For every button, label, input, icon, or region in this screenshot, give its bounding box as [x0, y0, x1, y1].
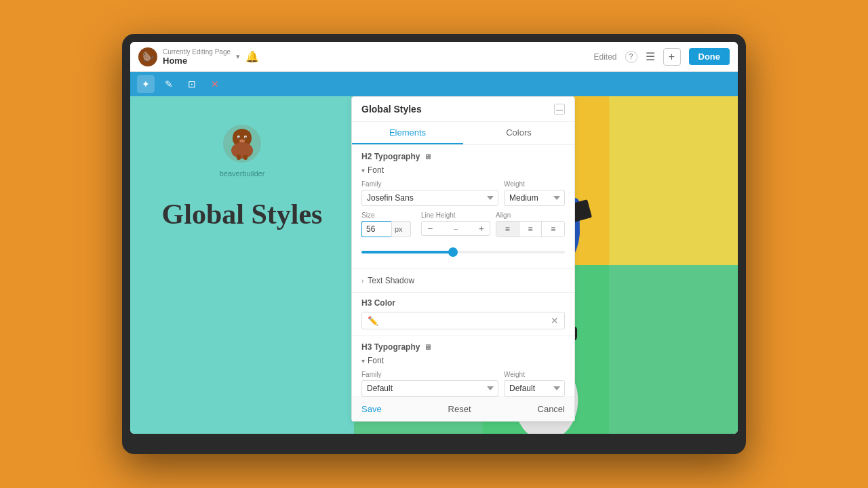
editing-info: Currently Editing Page Home [163, 48, 231, 66]
panel-minimize-button[interactable]: — [554, 104, 565, 115]
panel-tabs: Elements Colors [352, 122, 574, 145]
top-bar: 🦫 Currently Editing Page Home ▾ 🔔 Edited… [130, 42, 738, 72]
help-icon[interactable]: ? [625, 51, 637, 63]
h2-size-label: Size [361, 211, 416, 219]
h3-color-input[interactable]: ✏️ ✕ [361, 312, 565, 329]
h2-slider-container [361, 243, 565, 262]
cancel-button[interactable]: Cancel [538, 404, 565, 414]
panel-footer: Save Reset Cancel [352, 396, 574, 421]
pencil-icon: ✏️ [368, 316, 378, 326]
h2-weight-group: Weight Medium [504, 180, 565, 206]
h2-lineheight-group: Line Height − – + [421, 211, 490, 237]
h2-align-buttons: ≡ ≡ ≡ [496, 221, 565, 237]
page-title: Global Styles [162, 198, 323, 230]
h3-weight-label: Weight [504, 371, 565, 378]
h2-align-label: Align [496, 211, 565, 219]
h3-weight-group: Weight Default [504, 371, 565, 396]
svg-point-7 [245, 137, 247, 138]
h3-family-label: Family [361, 371, 498, 378]
h2-family-group: Family Josefin Sans [361, 180, 498, 206]
h3-family-weight-row: Family Default Weight Default [361, 371, 565, 396]
h2-lineheight-input: − – + [421, 221, 490, 236]
layout-tool-button[interactable]: ⊡ [183, 75, 201, 93]
beaver-logo-large [222, 123, 262, 164]
beaver-logo: 🦫 [138, 47, 157, 66]
panel-body: H2 Typography 🖥 ▾ Font Family [352, 145, 574, 396]
list-icon[interactable]: ☰ [646, 50, 655, 63]
h2-slider-thumb[interactable] [448, 247, 458, 257]
chevron-down-icon: ▾ [361, 167, 365, 174]
global-styles-panel: Global Styles — Elements Colors H2 Typog… [351, 96, 575, 422]
h3-family-group: Family Default [361, 371, 498, 396]
top-bar-left: 🦫 Currently Editing Page Home ▾ 🔔 [138, 47, 259, 66]
canvas-left: beaverbuilder Global Styles [130, 96, 354, 434]
text-shadow-section: › Text Shadow [352, 269, 574, 293]
panel-header: Global Styles — [352, 97, 574, 122]
save-button[interactable]: Save [361, 404, 382, 414]
h2-size-input-group: px em rem [361, 221, 416, 237]
h3-color-section: H3 Color ✏️ ✕ [352, 293, 574, 336]
svg-rect-11 [243, 155, 248, 160]
align-center-button[interactable]: ≡ [519, 222, 542, 237]
h2-slider-track[interactable] [361, 251, 565, 253]
page-dropdown-arrow[interactable]: ▾ [236, 52, 240, 61]
h2-lineheight-label: Line Height [421, 211, 490, 219]
move-tool-button[interactable]: ✦ [137, 75, 155, 93]
h2-typography-section: H2 Typography 🖥 ▾ Font Family [352, 145, 574, 269]
monitor-icon: 🖥 [424, 152, 431, 161]
lh-value: – [435, 224, 476, 232]
h2-family-weight-row: Family Josefin Sans Weight Medium [361, 180, 565, 206]
main-content: beaverbuilder Global Styles [130, 96, 738, 434]
close-tool-button[interactable]: ✕ [206, 75, 224, 93]
notification-bell-icon[interactable]: 🔔 [245, 50, 259, 63]
align-left-button[interactable]: ≡ [496, 222, 519, 237]
edited-label: Edited [593, 52, 616, 62]
chevron-right-icon: › [361, 277, 363, 285]
h3-font-toggle[interactable]: ▾ Font [361, 356, 565, 365]
svg-point-9 [231, 142, 253, 159]
h2-align-group: Align ≡ ≡ ≡ [496, 211, 565, 237]
h3-color-clear-button[interactable]: ✕ [551, 315, 559, 326]
h3-weight-select[interactable]: Default [504, 380, 565, 396]
align-right-button[interactable]: ≡ [542, 222, 564, 237]
svg-point-2 [233, 131, 240, 140]
h2-size-unit-select[interactable]: px em rem [391, 221, 411, 237]
add-icon[interactable]: + [663, 48, 681, 66]
h2-family-label: Family [361, 180, 498, 188]
h2-weight-label: Weight [504, 180, 565, 188]
h2-typography-title: H2 Typography 🖥 [361, 152, 565, 161]
h2-font-toggle[interactable]: ▾ Font [361, 165, 565, 175]
lh-decrement-button[interactable]: − [425, 223, 435, 234]
reset-button[interactable]: Reset [448, 404, 471, 414]
h3-monitor-icon: 🖥 [424, 343, 431, 351]
svg-point-8 [239, 140, 245, 143]
h2-size-input[interactable] [361, 221, 391, 237]
done-button[interactable]: Done [689, 48, 730, 65]
h3-typography-section: H3 Typography 🖥 ▾ Font Family [352, 336, 574, 396]
h2-size-lineheight-align-row: Size px em rem [361, 211, 565, 237]
h2-slider-fill [361, 251, 453, 253]
editing-label: Currently Editing Page [163, 48, 231, 56]
h2-size-group: Size px em rem [361, 211, 416, 237]
text-shadow-toggle[interactable]: › Text Shadow [361, 276, 565, 285]
lh-increment-button[interactable]: + [476, 223, 487, 234]
svg-point-6 [239, 137, 240, 138]
beaver-text: beaverbuilder [220, 169, 265, 178]
panel-title: Global Styles [361, 104, 422, 115]
tab-elements[interactable]: Elements [352, 122, 463, 144]
edit-tool-button[interactable]: ✎ [160, 75, 178, 93]
top-bar-right: Edited ? ☰ + Done [593, 48, 730, 66]
h3-typography-title: H3 Typography 🖥 [361, 342, 565, 352]
h3-family-select[interactable]: Default [361, 380, 498, 396]
h2-family-select[interactable]: Josefin Sans [361, 190, 498, 206]
editing-page: Home [163, 56, 231, 66]
svg-point-3 [244, 131, 251, 140]
tab-colors[interactable]: Colors [463, 122, 574, 144]
svg-rect-10 [237, 155, 241, 160]
h3-chevron-down-icon: ▾ [361, 357, 365, 365]
h2-weight-select[interactable]: Medium [504, 190, 565, 206]
toolbar: ✦ ✎ ⊡ ✕ [130, 72, 738, 96]
h3-color-title: H3 Color [361, 298, 565, 308]
